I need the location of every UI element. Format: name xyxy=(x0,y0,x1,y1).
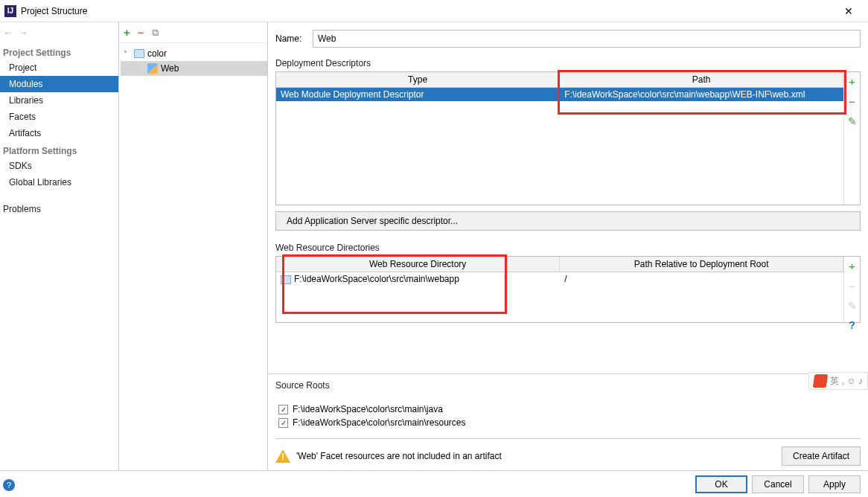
sidebar-item-project[interactable]: Project xyxy=(0,60,118,76)
remove-wrd-icon[interactable]: − xyxy=(849,280,855,292)
module-tree-panel: + − ⧉ ˅ color Web xyxy=(119,22,268,470)
tree-node-web[interactable]: Web xyxy=(121,61,267,76)
tree-toolbar: + − ⧉ xyxy=(119,22,267,43)
tree-label: color xyxy=(147,48,167,59)
window-title: Project Structure xyxy=(21,6,834,16)
module-icon xyxy=(134,49,144,58)
col-type[interactable]: Type xyxy=(276,72,560,88)
web-resource-dirs-label: Web Resource Directories xyxy=(268,243,868,256)
name-row: Name: xyxy=(268,30,868,48)
source-roots-list: F:\ideaWorkSpace\color\src\main\java F:\… xyxy=(275,401,861,431)
ok-button[interactable]: OK xyxy=(695,475,747,493)
col-rel[interactable]: Path Relative to Deployment Root xyxy=(560,257,843,272)
remove-module-icon[interactable]: − xyxy=(138,26,144,39)
close-icon[interactable]: ✕ xyxy=(834,5,864,17)
remove-descriptor-icon[interactable]: − xyxy=(849,95,855,108)
deploy-row[interactable]: Web Module Deployment Descriptor F:\idea… xyxy=(276,88,843,102)
cancel-button[interactable]: Cancel xyxy=(752,475,804,493)
add-server-descriptor-button-real[interactable]: Add Application Server specific descript… xyxy=(275,211,861,231)
apply-button[interactable]: Apply xyxy=(808,475,861,493)
main-area: ← → Project Settings Project Modules Lib… xyxy=(0,22,868,470)
add-module-icon[interactable]: + xyxy=(124,26,130,39)
section-platform-settings: Platform Settings xyxy=(0,141,118,158)
sidebar-item-problems[interactable]: Problems xyxy=(0,201,118,217)
copy-module-icon[interactable]: ⧉ xyxy=(152,27,159,39)
sidebar-item-facets[interactable]: Facets xyxy=(0,109,118,125)
web-facet-icon xyxy=(147,63,158,74)
name-label: Name: xyxy=(275,33,313,44)
col-wrd[interactable]: Web Resource Directory xyxy=(276,257,560,272)
sidebar-item-artifacts[interactable]: Artifacts xyxy=(0,125,118,141)
source-root-item[interactable]: F:\ideaWorkSpace\color\src\main\java xyxy=(278,404,861,414)
expand-icon[interactable]: ˅ xyxy=(124,50,131,58)
col-path[interactable]: Path xyxy=(560,72,843,88)
source-root-path: F:\ideaWorkSpace\color\src\main\java xyxy=(293,404,443,414)
ime-bar[interactable]: 英 , ☺ ♪ xyxy=(808,372,868,390)
app-icon: IJ xyxy=(4,5,16,17)
deploy-path-cell: F:\ideaWorkSpace\color\src\main\webapp\W… xyxy=(560,88,843,102)
sogou-icon xyxy=(813,374,829,388)
wrd-rel-cell: / xyxy=(560,272,843,286)
section-project-settings: Project Settings xyxy=(0,43,118,60)
tree-node-color[interactable]: ˅ color xyxy=(121,46,267,61)
sidebar-item-libraries[interactable]: Libraries xyxy=(0,92,118,109)
title-bar: IJ Project Structure ✕ xyxy=(0,0,868,22)
warning-text: 'Web' Facet resources are not included i… xyxy=(296,451,502,461)
folder-icon xyxy=(281,275,291,284)
sidebar-item-modules[interactable]: Modules xyxy=(0,76,118,92)
source-roots-label: Source Roots xyxy=(268,373,868,394)
deploy-table[interactable]: Type Path Web Module Deployment Descript… xyxy=(276,72,843,101)
deployment-descriptors-grid: Type Path Web Module Deployment Descript… xyxy=(275,71,861,205)
warning-icon xyxy=(275,449,290,463)
warning-row: 'Web' Facet resources are not included i… xyxy=(275,438,861,466)
checkbox-icon[interactable] xyxy=(278,418,288,428)
name-input[interactable] xyxy=(313,30,861,48)
edit-descriptor-icon[interactable]: ✎ xyxy=(848,115,857,127)
help-icon[interactable]: ? xyxy=(3,479,15,491)
tree-label: Web xyxy=(161,63,179,74)
checkbox-icon[interactable] xyxy=(278,405,288,414)
wrd-actions: + − ✎ ? xyxy=(843,257,860,322)
deployment-descriptors-label: Deployment Descriptors xyxy=(268,58,868,71)
add-wrd-icon[interactable]: + xyxy=(849,260,855,272)
deploy-type-cell: Web Module Deployment Descriptor xyxy=(276,88,560,102)
ime-text: 英 , ☺ ♪ xyxy=(830,375,863,388)
create-artifact-button[interactable]: Create Artifact xyxy=(782,446,861,466)
wrd-table[interactable]: Web Resource Directory Path Relative to … xyxy=(276,257,843,286)
source-root-item[interactable]: F:\ideaWorkSpace\color\src\main\resource… xyxy=(278,417,861,428)
deploy-actions: + − ✎ xyxy=(843,72,860,205)
history-toolbar: ← → xyxy=(0,22,118,43)
settings-sidebar: ← → Project Settings Project Modules Lib… xyxy=(0,22,119,470)
web-resource-grid: Web Resource Directory Path Relative to … xyxy=(275,256,861,323)
wrd-dir-text: F:\ideaWorkSpace\color\src\main\webapp xyxy=(294,274,459,284)
dialog-footer: ? OK Cancel Apply xyxy=(0,470,868,497)
source-root-path: F:\ideaWorkSpace\color\src\main\resource… xyxy=(293,417,466,428)
back-icon[interactable]: ← xyxy=(3,27,13,39)
sidebar-item-global-libraries[interactable]: Global Libraries xyxy=(0,174,118,190)
edit-wrd-icon[interactable]: ✎ xyxy=(848,300,857,312)
add-descriptor-icon[interactable]: + xyxy=(849,75,855,88)
sidebar-item-sdks[interactable]: SDKs xyxy=(0,158,118,174)
forward-icon[interactable]: → xyxy=(18,27,28,39)
tree-body: ˅ color Web xyxy=(119,43,267,76)
wrd-dir-cell: F:\ideaWorkSpace\color\src\main\webapp xyxy=(276,272,560,286)
help-wrd-icon[interactable]: ? xyxy=(849,319,855,331)
facet-content: Name: Deployment Descriptors Type Path W… xyxy=(268,22,868,470)
wrd-row[interactable]: F:\ideaWorkSpace\color\src\main\webapp / xyxy=(276,272,843,286)
